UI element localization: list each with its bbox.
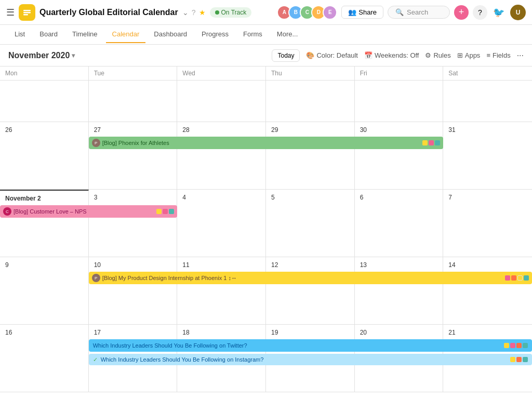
chevron-down-icon[interactable]: ⌄ [182,8,189,17]
tab-progress[interactable]: Progress [195,26,235,43]
tab-more[interactable]: More... [271,26,304,43]
day-number: 13 [358,260,440,270]
cal-cell-30[interactable]: 30 [355,122,444,189]
color-option[interactable]: 🎨 Color: Default [306,51,357,59]
cal-cell-13[interactable]: 13 [355,257,444,324]
tab-timeline[interactable]: Timeline [66,26,104,43]
info-icon[interactable]: ? [192,8,196,17]
cal-cell-nov2[interactable]: November 2 [0,190,89,257]
cal-cell-12[interactable]: 12 [266,257,355,324]
app-logo [19,4,35,21]
cal-cell-9[interactable]: 9 [0,257,89,324]
apps-option[interactable]: ⊞ Apps [457,51,481,59]
cal-cell[interactable] [443,81,532,122]
calendar-scroll[interactable]: 26 27 28 29 30 31 P [Blog] Phoenix for A… [0,81,532,399]
svg-rect-1 [23,10,31,11]
bird-icon[interactable]: 🐦 [491,5,506,20]
event-title: [Blog] My Product Design Internship at P… [102,275,237,281]
tab-list[interactable]: List [8,26,31,43]
fields-option[interactable]: ≡ Fields [486,51,510,59]
cal-cell[interactable] [0,81,89,122]
hamburger-icon[interactable]: ☰ [6,7,15,18]
avatar-stack: A B C D E [277,5,337,20]
chip [505,275,510,281]
star-icon[interactable]: ★ [199,8,206,17]
cal-cell-nov6[interactable]: 6 [355,190,444,257]
cal-cell-11[interactable]: 11 [177,257,266,324]
rules-option[interactable]: ⚙ Rules [425,51,450,59]
cal-cell-nov4[interactable]: 4 [177,190,266,257]
cal-cell[interactable] [177,81,266,122]
tab-board[interactable]: Board [33,26,64,43]
day-number: 3 [92,193,174,202]
calendar-icon: 📅 [364,51,373,59]
search-icon: 🔍 [395,8,404,16]
cal-cell-10[interactable]: 10 [89,257,178,324]
day-number: 19 [269,328,351,337]
event-avatar: P [92,139,100,147]
day-number: 11 [180,260,262,270]
tab-dashboard[interactable]: Dashboard [148,26,193,43]
day-number: 21 [446,328,529,337]
cal-week-4: 9 10 11 12 13 14 P [Blog] My Product Des… [0,257,532,325]
day-header-fri: Fri [355,66,444,80]
chip [517,275,523,281]
top-bar-right: A B C D E 👥 Share 🔍 Search + ? 🐦 U [277,5,526,20]
today-button[interactable]: Today [272,49,300,62]
search-box[interactable]: 🔍 Search [388,6,450,19]
day-header-sat: Sat [443,66,532,80]
cal-cell-31[interactable]: 31 [443,122,532,189]
day-header-mon: Mon [0,66,89,80]
cal-cell-14[interactable]: 14 [443,257,532,324]
cal-cell-16[interactable]: 16 [0,325,89,392]
event-title: Which Industry Leaders Should You Be Fol… [101,356,264,363]
day-header-thu: Thu [266,66,355,80]
help-button[interactable]: ? [473,5,487,20]
event-title: [Blog] Customer Love – NPS [14,208,87,215]
day-number: 29 [269,125,351,135]
cal-cell-29[interactable]: 29 [266,122,355,189]
event-twitter-leaders[interactable]: Which Industry Leaders Should You Be Fol… [89,339,532,352]
day-headers: Mon Tue Wed Thu Fri Sat [0,66,532,81]
chip [516,343,522,348]
day-header-tue: Tue [89,66,178,80]
tab-calendar[interactable]: Calendar [106,26,146,43]
avatar: E [323,5,337,20]
chip [510,343,515,348]
event-instagram-leaders[interactable]: ✓ Which Industry Leaders Should You Be F… [89,354,532,365]
cal-cell-nov7[interactable]: 7 [443,190,532,257]
user-avatar[interactable]: U [510,5,526,20]
event-blog-customer-love[interactable]: C [Blog] Customer Love – NPS [0,205,177,218]
cal-cell[interactable] [89,81,178,122]
rules-icon: ⚙ [425,51,431,59]
cal-cell-28[interactable]: 28 [177,122,266,189]
day-number: 31 [446,125,529,135]
cal-cell[interactable] [266,81,355,122]
fields-icon: ≡ [486,51,490,59]
chip [511,275,516,281]
chip [504,343,509,348]
chip [163,209,168,214]
weekends-option[interactable]: 📅 Weekends: Off [364,51,419,59]
more-options-icon[interactable]: ··· [517,51,524,60]
day-number: 6 [358,193,440,202]
title-icons: ⌄ ? ★ [182,8,206,17]
day-header-wed: Wed [177,66,266,80]
day-number: November 2 [3,194,85,203]
add-button[interactable]: + [454,5,469,20]
cal-cell-27[interactable]: 27 [89,122,178,189]
month-title[interactable]: November 2020 ▾ [8,51,75,60]
event-blog-phoenix-athletes[interactable]: P [Blog] Phoenix for Athletes [89,137,444,149]
chip [510,357,515,362]
share-button[interactable]: 👥 Share [341,6,383,19]
event-chips [156,209,174,214]
event-title: [Blog] Phoenix for Athletes [102,140,169,146]
cal-cell-nov5[interactable]: 5 [266,190,355,257]
cal-cell-26[interactable]: 26 [0,122,89,189]
cal-cell-nov3[interactable]: 3 [89,190,178,257]
tab-forms[interactable]: Forms [237,26,269,43]
cal-cell[interactable] [355,81,444,122]
event-blog-product-design[interactable]: P [Blog] My Product Design Internship at… [89,272,532,284]
top-bar: ☰ Quarterly Global Editorial Calendar ⌄ … [0,0,532,25]
chip [523,343,528,348]
